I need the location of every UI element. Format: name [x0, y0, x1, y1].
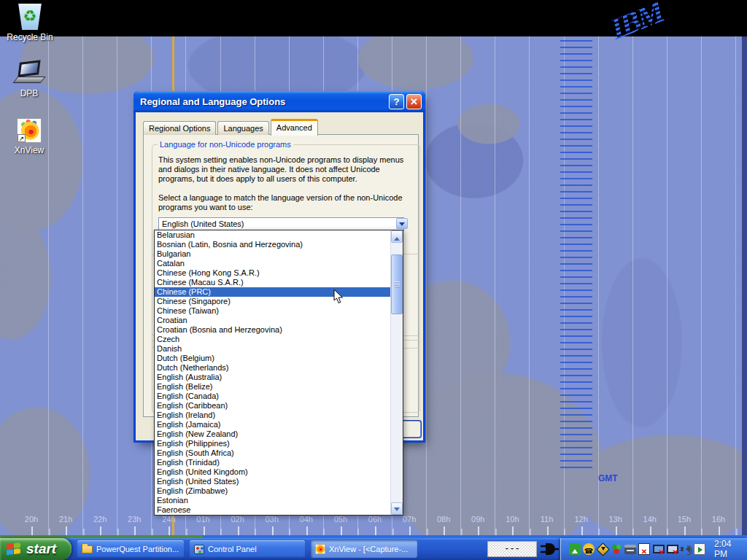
taskbar-item-xnview[interactable]: XnView - [<Capture-...: [311, 540, 417, 558]
control-panel-icon: [194, 545, 204, 554]
taskbar-item-control-panel[interactable]: Control Panel: [190, 540, 305, 558]
task-label: Control Panel: [208, 545, 257, 553]
language-option[interactable]: Estonian: [155, 496, 390, 505]
start-button[interactable]: start: [0, 538, 71, 560]
language-option[interactable]: Faeroese: [155, 505, 390, 515]
task-label: PowerQuest Partition...: [96, 545, 179, 553]
battery-meter-deskband[interactable]: ---: [487, 541, 537, 557]
partition-alert-icon[interactable]: [597, 543, 608, 555]
language-option[interactable]: Chinese (Macau S.A.R.): [155, 278, 390, 287]
dialog-titlebar[interactable]: Regional and Language Options ? ✕: [133, 91, 425, 112]
language-option[interactable]: English (Jamaica): [155, 420, 390, 429]
timezone-label: 08h: [428, 515, 459, 524]
start-label: start: [26, 541, 56, 557]
language-option[interactable]: Catalan: [155, 259, 390, 268]
timezone-label: 04h: [291, 515, 322, 524]
language-option[interactable]: Belarusian: [155, 230, 390, 240]
timezone-label: 13h: [600, 515, 631, 524]
timezone-label: 09h: [462, 515, 493, 524]
removable-media-icon[interactable]: [569, 543, 581, 555]
network-error-icon[interactable]: [652, 543, 664, 555]
xnview-icon: [315, 544, 325, 554]
timezone-tick: [357, 529, 359, 535]
desktop-icon-xnview[interactable]: XnView: [1, 118, 58, 156]
language-option[interactable]: English (Caribbean): [155, 401, 390, 411]
timezone-tick: [220, 529, 222, 535]
timezone-label: 23h: [119, 515, 150, 524]
non-unicode-instruction: Select a language to match the language …: [158, 193, 406, 212]
timezone-tick: [117, 529, 119, 535]
shortcut-arrow-icon: [18, 134, 26, 142]
timezone-tick: [530, 529, 531, 535]
combobox-dropdown-arrow-icon[interactable]: [396, 218, 408, 229]
list-scrollbar[interactable]: [390, 230, 403, 515]
timezone-label: 20h: [16, 515, 47, 524]
language-option[interactable]: English (Belize): [155, 382, 390, 392]
language-option[interactable]: English (South Africa): [155, 448, 390, 458]
system-tray: 2:04 PM: [560, 538, 747, 560]
language-option[interactable]: Croatian (Bosnia and Herzegovina): [155, 325, 390, 335]
language-option[interactable]: English (Australia): [155, 373, 390, 382]
language-option[interactable]: English (Philippines): [155, 439, 390, 448]
language-option[interactable]: Czech: [155, 335, 390, 344]
language-option[interactable]: Croatian: [155, 316, 390, 325]
language-option[interactable]: English (United States): [155, 477, 390, 486]
scroll-up-icon[interactable]: [391, 230, 403, 243]
tab-advanced[interactable]: Advanced: [271, 119, 318, 136]
desktop-icon-recycle-bin[interactable]: Recycle Bin: [1, 4, 58, 43]
help-button[interactable]: ?: [389, 94, 404, 109]
gmt-label: GMT: [598, 473, 618, 483]
document-error-icon[interactable]: [638, 543, 650, 555]
timezone-label: 14h: [635, 515, 665, 524]
taskbar-clock[interactable]: 2:04 PM: [714, 539, 740, 559]
language-option[interactable]: English (United Kingdom): [155, 467, 390, 477]
desktop-icon-dpb[interactable]: DPB: [1, 61, 58, 99]
language-option[interactable]: Chinese (Singapore): [155, 297, 390, 306]
timezone-tick: [83, 529, 85, 535]
timezone-tick: [701, 529, 703, 535]
non-unicode-description: This system setting enables non-Unicode …: [158, 155, 406, 184]
language-option[interactable]: English (Zimbabwe): [155, 486, 390, 496]
tab-languages[interactable]: Languages: [217, 121, 268, 135]
timezone-label: 05h: [325, 515, 356, 524]
dialog-title: Regional and Language Options: [140, 96, 387, 107]
language-option[interactable]: Dutch (Netherlands): [155, 363, 390, 373]
timezone-tick: [323, 529, 325, 535]
timezone-tick: [598, 529, 600, 535]
media-player-icon[interactable]: [694, 543, 705, 555]
timezone-tick: [736, 529, 738, 535]
display-error-icon[interactable]: [666, 543, 678, 555]
language-option[interactable]: Bosnian (Latin, Bosnia and Herzegovina): [155, 240, 390, 249]
language-option[interactable]: Danish: [155, 344, 390, 354]
timezone-tick: [667, 529, 668, 535]
timezone-tick: [152, 529, 153, 535]
windows-flag-icon: [7, 542, 22, 556]
printer-icon[interactable]: [624, 545, 636, 554]
language-option[interactable]: Chinese (Taiwan): [155, 306, 390, 316]
laptop-icon: [13, 61, 45, 86]
status-dots-icon[interactable]: [611, 543, 622, 555]
groupbox-caption: Language for non-Unicode programs: [158, 140, 293, 149]
taskbar-item-powerquest[interactable]: PowerQuest Partition...: [77, 540, 184, 558]
language-option[interactable]: Bulgarian: [155, 249, 390, 259]
close-button[interactable]: ✕: [406, 94, 422, 109]
scroll-down-icon[interactable]: [391, 502, 403, 515]
language-dropdown-list: BelarusianBosnian (Latin, Bosnia and Her…: [154, 230, 403, 516]
timezone-tick: [461, 529, 462, 535]
language-option[interactable]: Dutch (Belgium): [155, 354, 390, 363]
scrollbar-thumb[interactable]: [391, 254, 403, 314]
language-option[interactable]: Chinese (PRC): [155, 287, 390, 297]
language-options: BelarusianBosnian (Latin, Bosnia and Her…: [155, 230, 390, 515]
language-option[interactable]: English (Trinidad): [155, 458, 390, 467]
timezone-label: 12h: [566, 515, 597, 524]
language-option[interactable]: English (New Zealand): [155, 429, 390, 439]
timezone-label: 07h: [394, 515, 425, 524]
language-option[interactable]: English (Ireland): [155, 411, 390, 420]
tab-regional-options[interactable]: Regional Options: [143, 121, 216, 135]
dialer-icon[interactable]: [583, 543, 595, 555]
volume-icon[interactable]: [680, 543, 692, 555]
timezone-label: 16h: [703, 515, 734, 524]
language-option[interactable]: Chinese (Hong Kong S.A.R.): [155, 268, 390, 278]
timezone-tick: [289, 529, 290, 535]
language-option[interactable]: English (Canada): [155, 392, 390, 401]
